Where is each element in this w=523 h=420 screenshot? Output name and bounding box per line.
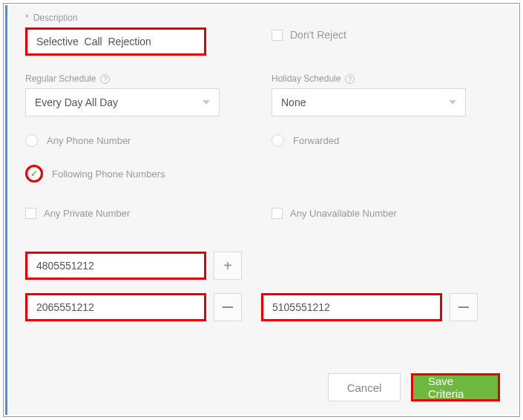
any-private-label: Any Private Number — [44, 208, 130, 219]
holiday-schedule-label: Holiday Schedule ? — [272, 73, 500, 84]
chevron-down-icon — [449, 100, 456, 105]
any-unavailable-number-checkbox[interactable] — [272, 208, 283, 219]
phone-number-input-1[interactable] — [25, 252, 206, 280]
plus-icon: + — [223, 257, 232, 275]
minus-icon — [458, 306, 469, 308]
remove-phone-button-1[interactable] — [214, 293, 242, 321]
dont-reject-label: Don't Reject — [290, 29, 346, 41]
forwarded-label: Forwarded — [293, 135, 339, 146]
any-phone-label: Any Phone Number — [47, 135, 131, 146]
phone-number-input-2[interactable] — [25, 293, 206, 321]
phone-number-input-3[interactable] — [261, 293, 442, 321]
criteria-panel: Description Don't Reject Regular Schedul… — [5, 5, 518, 415]
any-unavailable-label: Any Unavailable Number — [290, 208, 397, 219]
highlight-circle — [25, 165, 43, 183]
any-phone-number-radio[interactable] — [25, 134, 38, 147]
following-label: Following Phone Numbers — [52, 168, 165, 180]
regular-schedule-select[interactable]: Every Day All Day — [25, 88, 220, 117]
remove-phone-button-2[interactable] — [450, 293, 478, 321]
any-private-number-checkbox[interactable] — [25, 208, 36, 219]
chevron-down-icon — [203, 100, 210, 105]
add-phone-button[interactable]: + — [214, 252, 242, 280]
description-input[interactable] — [25, 27, 206, 56]
help-icon[interactable]: ? — [100, 74, 110, 84]
cancel-button[interactable]: Cancel — [328, 373, 401, 401]
regular-schedule-label: Regular Schedule ? — [25, 73, 254, 84]
dont-reject-checkbox[interactable] — [272, 30, 283, 41]
help-icon[interactable]: ? — [345, 74, 355, 84]
holiday-schedule-select[interactable]: None — [272, 88, 466, 117]
save-criteria-button[interactable]: Save Criteria — [411, 373, 500, 401]
description-label: Description — [25, 13, 254, 23]
minus-icon — [223, 306, 233, 308]
following-phone-numbers-radio[interactable] — [29, 168, 40, 180]
forwarded-radio[interactable] — [272, 134, 284, 147]
